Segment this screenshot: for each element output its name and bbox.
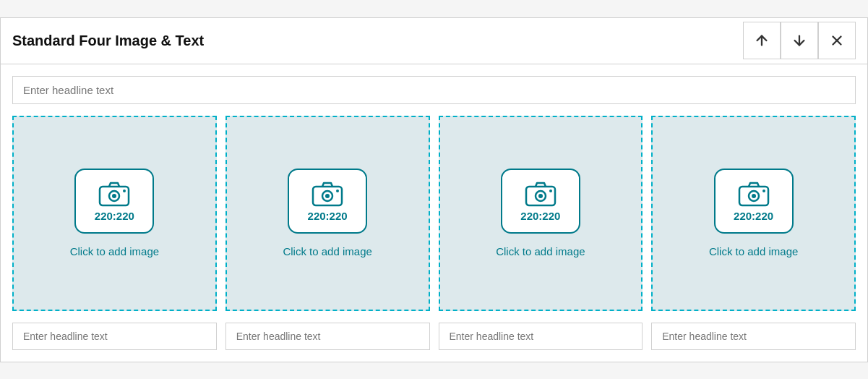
widget-title: Standard Four Image & Text — [12, 33, 204, 49]
close-icon — [829, 33, 845, 48]
svg-point-10 — [325, 194, 330, 198]
bottom-headline-input-1[interactable] — [12, 323, 217, 350]
add-image-label-1: Click to add image — [70, 245, 159, 257]
close-button[interactable] — [818, 22, 856, 59]
camera-icon-4 — [738, 181, 770, 207]
camera-icon-wrapper-1: 220:220 — [74, 169, 154, 234]
widget-header: Standard Four Image & Text — [1, 18, 867, 64]
camera-icon-2 — [311, 181, 343, 207]
widget-container: Standard Four Image & Text — [0, 17, 868, 362]
svg-point-6 — [112, 194, 116, 198]
image-dimension-2: 220:220 — [308, 210, 348, 222]
add-image-label-2: Click to add image — [283, 245, 371, 257]
camera-icon-wrapper-2: 220:220 — [288, 169, 367, 234]
camera-icon-wrapper-3: 220:220 — [501, 169, 580, 234]
arrow-down-icon — [791, 33, 807, 48]
camera-icon-wrapper-4: 220:220 — [714, 169, 794, 234]
header-actions — [743, 22, 856, 59]
bottom-headline-input-2[interactable] — [225, 323, 430, 350]
image-dimension-4: 220:220 — [734, 210, 773, 222]
svg-point-19 — [762, 190, 765, 192]
svg-point-15 — [549, 190, 552, 192]
svg-point-18 — [752, 194, 756, 198]
camera-icon-1 — [98, 181, 130, 207]
bottom-headline-input-4[interactable] — [651, 323, 856, 350]
image-cell-2[interactable]: 220:220 Click to add image — [225, 116, 430, 311]
svg-point-7 — [123, 190, 126, 192]
arrow-up-icon — [754, 33, 770, 48]
image-cell-3[interactable]: 220:220 Click to add image — [439, 116, 643, 311]
image-dimension-1: 220:220 — [95, 210, 134, 222]
add-image-label-3: Click to add image — [496, 245, 585, 257]
top-headline-input[interactable] — [12, 76, 856, 104]
add-image-label-4: Click to add image — [709, 245, 798, 257]
headlines-grid — [12, 323, 856, 350]
images-grid: 220:220 Click to add image 220:220 Cli — [12, 116, 856, 311]
image-cell-4[interactable]: 220:220 Click to add image — [651, 116, 856, 311]
image-dimension-3: 220:220 — [520, 210, 560, 222]
move-down-button[interactable] — [781, 22, 818, 59]
svg-point-11 — [336, 190, 339, 192]
camera-icon-3 — [525, 181, 557, 207]
bottom-headline-input-3[interactable] — [439, 323, 643, 350]
svg-point-14 — [538, 194, 543, 198]
move-up-button[interactable] — [743, 22, 781, 59]
image-cell-1[interactable]: 220:220 Click to add image — [12, 116, 217, 311]
widget-body: 220:220 Click to add image 220:220 Cli — [1, 64, 867, 362]
